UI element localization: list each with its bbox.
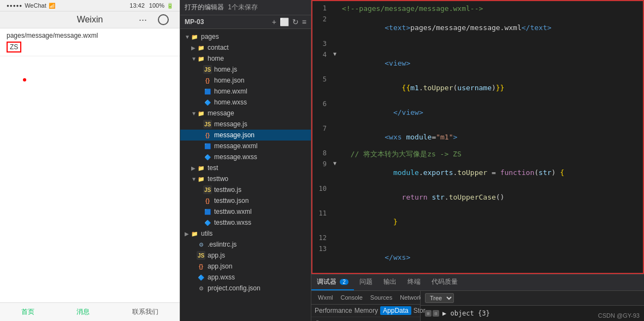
sub-tab-wxml[interactable]: Wxml <box>316 293 335 302</box>
label-utils: utils <box>201 230 212 237</box>
label-message-wxss: message.wxss <box>214 153 257 161</box>
menu-icon[interactable]: ≡ <box>302 17 306 26</box>
folder-icon-pages: 📁 <box>190 32 199 41</box>
tree-item-message-wxml[interactable]: 🟦 message.wxml <box>180 141 311 151</box>
up-action-icon[interactable]: ↑ <box>324 319 328 321</box>
file-tree-content: ▼ 📁 pages ▶ 📁 contact ▼ 📁 home JS home.j… <box>180 29 311 321</box>
tab-code-quality[interactable]: 代码质量 <box>426 275 463 290</box>
label-message: message <box>208 109 234 117</box>
add-icon[interactable]: + <box>272 17 276 26</box>
tree-item-home-wxml[interactable]: 🟦 home.wxml <box>180 86 311 97</box>
sub-tab-console[interactable]: Console <box>339 293 365 302</box>
line-num-6: 6 <box>311 100 333 108</box>
tag-view-open: <view> <box>385 59 410 67</box>
line-num-2: 2 <box>311 15 333 23</box>
status-right: 13:42 100% 🔋 <box>129 2 173 9</box>
label-testtwo-wxss: testtwo.wxss <box>214 219 251 226</box>
tag-text-open: <text> <box>385 24 410 32</box>
project-label: MP-03 <box>185 18 204 26</box>
csdn-watermark: CSDN @GY-93 <box>598 312 640 319</box>
refresh-icon[interactable]: ↻ <box>292 17 299 26</box>
right-action-icon[interactable]: → <box>346 319 354 321</box>
tree-item-testtwo-json[interactable]: {} testtwo.json <box>180 195 311 206</box>
folder-icon-contact: 📁 <box>197 43 205 52</box>
arrow-home: ▼ <box>191 56 197 62</box>
object-label: ▶ object {3} <box>442 310 490 317</box>
row-icon-1: ⊞ <box>425 310 432 317</box>
wxml-icon-testtwo: 🟦 <box>203 207 212 216</box>
code-line-8: 8 // 将文本转为大写像是zs -> ZS <box>311 149 644 160</box>
tree-view-select[interactable]: Tree <box>425 293 454 303</box>
code-line-10: 10 return str.toUpperCase() <box>311 185 644 209</box>
wifi-icon: 📶 <box>49 3 55 9</box>
label-app-js: app.js <box>208 252 225 259</box>
arrow-utils: ▶ <box>185 231 190 237</box>
json-icon-home: {} <box>203 76 212 85</box>
tree-item-message-json[interactable]: {} message.json <box>180 130 311 141</box>
sub-tab-performance[interactable]: Performance <box>315 307 352 314</box>
line-content-4: <view> <box>342 51 644 75</box>
wxml-icon-message: 🟦 <box>203 142 212 150</box>
tab-debugger[interactable]: 调试器 2 <box>311 275 354 290</box>
tree-item-app-js[interactable]: JS app.js <box>180 250 311 261</box>
editor-top: 1 <!--pages/message/message.wxml--> 2 <t… <box>311 0 644 321</box>
tree-item-pages[interactable]: ▼ 📁 pages <box>180 31 311 42</box>
js-icon-message: JS <box>203 120 212 129</box>
line-content-7: <wxs module="m1"> <box>342 125 644 149</box>
tree-item-contact[interactable]: ▶ 📁 contact <box>180 42 311 53</box>
line-content-13: </wxs> <box>342 245 644 270</box>
js-icon-testtwo: JS <box>203 185 212 194</box>
tree-item-home-json[interactable]: {} home.json <box>180 75 311 86</box>
tree-item-test[interactable]: ▶ 📁 test <box>180 162 311 173</box>
tab-home[interactable]: 首页 <box>21 307 34 317</box>
code-line-9: 9 ▼ module.exports.toUpper = function(st… <box>311 160 644 185</box>
tree-item-testtwo-js[interactable]: JS testtwo.js <box>180 184 311 195</box>
carrier-label: WeChat <box>25 2 46 9</box>
folder-icon-testtwo: 📁 <box>197 174 205 183</box>
tree-item-home-js[interactable]: JS home.js <box>180 64 311 75</box>
line-arrow-4: ▼ <box>333 51 342 57</box>
json-icon-testtwo: {} <box>203 196 212 205</box>
phone-panel: ●●●●● WeChat 📶 13:42 100% 🔋 Weixin ··· p… <box>0 0 180 321</box>
header-dots[interactable]: ··· <box>139 14 147 26</box>
code-line-11: 11 } <box>311 209 644 234</box>
editor-panel: 1 <!--pages/message/message.wxml--> 2 <t… <box>311 0 644 321</box>
tree-item-message-js[interactable]: JS message.js <box>180 119 311 130</box>
label-pages: pages <box>201 33 219 40</box>
text-content: pages/message/message.wxml <box>410 24 522 32</box>
label-project-config: project.config.json <box>208 284 261 292</box>
tree-item-testtwo-wxss[interactable]: 🔷 testtwo.wxss <box>180 217 311 228</box>
tab-issues[interactable]: 问题 <box>354 275 378 290</box>
tree-item-app-wxss[interactable]: 🔷 app.wxss <box>180 272 311 283</box>
tree-item-project-config[interactable]: ⚙ project.config.json <box>180 283 311 294</box>
left-action-icon[interactable]: ← <box>336 319 344 321</box>
header-circle-icon[interactable] <box>158 14 169 25</box>
tag-text-close: </text> <box>522 24 552 32</box>
bottom-left-toolbar: Wxml Console Sources Network <box>311 291 420 305</box>
bottom-tabs: 调试器 2 问题 输出 终端 代码质量 <box>311 274 644 291</box>
tree-item-message-wxss[interactable]: 🔷 message.wxss <box>180 151 311 162</box>
tab-contact[interactable]: 联系我们 <box>132 307 158 317</box>
sub-tab-memory[interactable]: Memory <box>355 307 378 314</box>
sub-tab-sources[interactable]: Sources <box>368 293 394 302</box>
down-action-icon[interactable]: ↓ <box>330 319 334 321</box>
label-testtwo-json: testtwo.json <box>214 197 249 205</box>
tree-item-home[interactable]: ▼ 📁 home <box>180 53 311 64</box>
tree-item-message[interactable]: ▼ 📁 message <box>180 108 311 119</box>
tree-item-home-wxss[interactable]: 🔷 home.wxss <box>180 97 311 108</box>
tree-item-utils[interactable]: ▶ 📁 utils <box>180 228 311 239</box>
tree-item-testtwo[interactable]: ▼ 📁 testtwo <box>180 173 311 184</box>
tab-output[interactable]: 输出 <box>378 275 402 290</box>
tab-message[interactable]: 消息 <box>76 307 90 317</box>
refresh-action-icon[interactable]: ↻ <box>316 319 322 321</box>
tree-item-app-json[interactable]: {} app.json <box>180 261 311 272</box>
tree-item-eslintrc[interactable]: ⚙ .eslintrc.js <box>180 239 311 250</box>
tab-terminal[interactable]: 终端 <box>402 275 426 290</box>
collapse-icon[interactable]: ⬜ <box>280 17 289 26</box>
phone-bottom-bar[interactable]: 首页 消息 联系我们 <box>0 302 180 321</box>
signal-dots: ●●●●● <box>7 3 22 8</box>
line-content-8: // 将文本转为大写像是zs -> ZS <box>342 149 644 159</box>
tree-item-testtwo-wxml[interactable]: 🟦 testtwo.wxml <box>180 206 311 217</box>
sub-tab-appdata[interactable]: AppData <box>380 306 411 315</box>
debugger-badge: 2 <box>340 279 348 285</box>
